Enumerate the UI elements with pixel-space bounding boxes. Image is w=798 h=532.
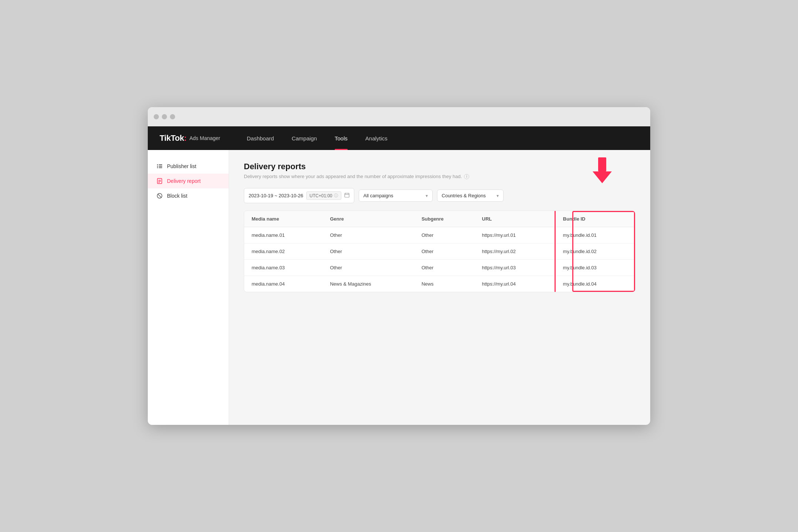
cell-subgenre-1: Other — [414, 227, 475, 243]
cell-bundle-id-4: my.bundle.id.04 — [555, 276, 635, 292]
date-range-picker[interactable]: 2023-10-19 ~ 2023-10-26 UTC+01:00 ⓘ — [244, 188, 354, 203]
svg-rect-4 — [157, 167, 158, 168]
nav-items: Dashboard Campaign Tools Analytics — [238, 126, 396, 150]
arrow-head — [593, 171, 612, 183]
delivery-report-table: Media name Genre Subgenre URL — [244, 211, 635, 292]
table-row: media.name.04 News & Magazines News http… — [244, 276, 635, 292]
title-bar — [148, 107, 650, 126]
brand-name: TikTok: — [160, 133, 187, 143]
campaign-dropdown-value: All campaigns — [364, 193, 393, 198]
sidebar-label-publisher-list: Publisher list — [167, 163, 196, 169]
list-icon — [157, 163, 163, 169]
delivery-report-icon — [157, 178, 163, 184]
traffic-light-maximize[interactable] — [170, 114, 175, 119]
sidebar-label-delivery-report: Delivery report — [167, 178, 201, 184]
cell-media-name-4: media.name.04 — [244, 276, 323, 292]
svg-rect-12 — [345, 193, 349, 197]
cell-subgenre-2: Other — [414, 243, 475, 260]
svg-rect-9 — [158, 182, 160, 183]
col-header-subgenre: Subgenre — [414, 211, 475, 227]
table-row: media.name.02 Other Other https://my.url… — [244, 243, 635, 260]
svg-rect-7 — [158, 180, 161, 181]
traffic-light-close[interactable] — [154, 114, 159, 119]
cell-media-name-3: media.name.03 — [244, 260, 323, 276]
svg-rect-3 — [159, 166, 162, 167]
page-description-text: Delivery reports show where your ads app… — [244, 174, 462, 179]
traffic-light-minimize[interactable] — [162, 114, 167, 119]
sidebar-item-publisher-list[interactable]: Publisher list — [148, 159, 229, 174]
app-window: TikTok: Ads Manager Dashboard Campaign T… — [148, 107, 650, 425]
page-title: Delivery reports — [244, 162, 635, 171]
sidebar-label-block-list: Block list — [167, 193, 187, 199]
svg-rect-0 — [157, 164, 158, 165]
info-circle-icon: ⓘ — [334, 193, 338, 198]
region-dropdown-value: Countries & Regions — [442, 193, 486, 198]
sidebar: Publisher list Delivery report — [148, 150, 229, 425]
cell-url-2: https://my.url.02 — [475, 243, 555, 260]
cell-bundle-id-2: my.bundle.id.02 — [555, 243, 635, 260]
main-layout: Publisher list Delivery report — [148, 150, 650, 425]
cell-genre-3: Other — [323, 260, 414, 276]
region-dropdown-chevron: ▾ — [497, 193, 499, 198]
table-row: media.name.03 Other Other https://my.url… — [244, 260, 635, 276]
cell-genre-2: Other — [323, 243, 414, 260]
col-header-url: URL — [475, 211, 555, 227]
page-description: Delivery reports show where your ads app… — [244, 174, 635, 179]
region-dropdown[interactable]: Countries & Regions ▾ — [437, 190, 504, 202]
sidebar-item-delivery-report[interactable]: Delivery report — [148, 174, 229, 188]
svg-rect-2 — [157, 166, 158, 167]
timezone-value: UTC+01:00 — [310, 193, 332, 198]
brand-logo: TikTok: Ads Manager — [160, 133, 220, 143]
navbar: TikTok: Ads Manager Dashboard Campaign T… — [148, 126, 650, 150]
cell-media-name-1: media.name.01 — [244, 227, 323, 243]
timezone-badge: UTC+01:00 ⓘ — [306, 191, 341, 200]
info-icon[interactable]: i — [464, 174, 469, 179]
nav-item-analytics[interactable]: Analytics — [357, 126, 396, 150]
cell-bundle-id-3: my.bundle.id.03 — [555, 260, 635, 276]
cell-genre-4: News & Magazines — [323, 276, 414, 292]
sidebar-item-block-list[interactable]: Block list — [148, 188, 229, 203]
date-range-value: 2023-10-19 ~ 2023-10-26 — [249, 193, 303, 198]
arrow-shaft — [598, 157, 606, 171]
campaign-dropdown[interactable]: All campaigns ▾ — [359, 190, 433, 202]
campaign-dropdown-chevron: ▾ — [426, 193, 428, 198]
cell-subgenre-4: News — [414, 276, 475, 292]
content-area: Delivery reports Delivery reports show w… — [229, 150, 650, 425]
nav-item-dashboard[interactable]: Dashboard — [238, 126, 283, 150]
cell-subgenre-3: Other — [414, 260, 475, 276]
filter-bar: 2023-10-19 ~ 2023-10-26 UTC+01:00 ⓘ — [244, 188, 635, 203]
nav-item-tools[interactable]: Tools — [326, 126, 357, 150]
table-row: media.name.01 Other Other https://my.url… — [244, 227, 635, 243]
table-header-row: Media name Genre Subgenre URL — [244, 211, 635, 227]
svg-rect-8 — [158, 181, 161, 182]
svg-rect-1 — [159, 164, 162, 165]
cell-media-name-2: media.name.02 — [244, 243, 323, 260]
cell-genre-1: Other — [323, 227, 414, 243]
brand-colon: : — [184, 133, 187, 143]
cell-url-3: https://my.url.03 — [475, 260, 555, 276]
cell-url-4: https://my.url.04 — [475, 276, 555, 292]
block-list-icon — [157, 193, 163, 199]
svg-line-11 — [158, 194, 161, 198]
cell-bundle-id-1: my.bundle.id.01 — [555, 227, 635, 243]
calendar-icon — [344, 192, 349, 199]
svg-rect-5 — [159, 167, 162, 168]
cell-url-1: https://my.url.01 — [475, 227, 555, 243]
col-header-bundle-id: Bundle ID — [555, 211, 635, 227]
annotation-arrow — [591, 157, 613, 183]
col-header-genre: Genre — [323, 211, 414, 227]
col-header-media-name: Media name — [244, 211, 323, 227]
nav-item-campaign[interactable]: Campaign — [283, 126, 325, 150]
brand-subtitle: Ads Manager — [190, 135, 220, 141]
